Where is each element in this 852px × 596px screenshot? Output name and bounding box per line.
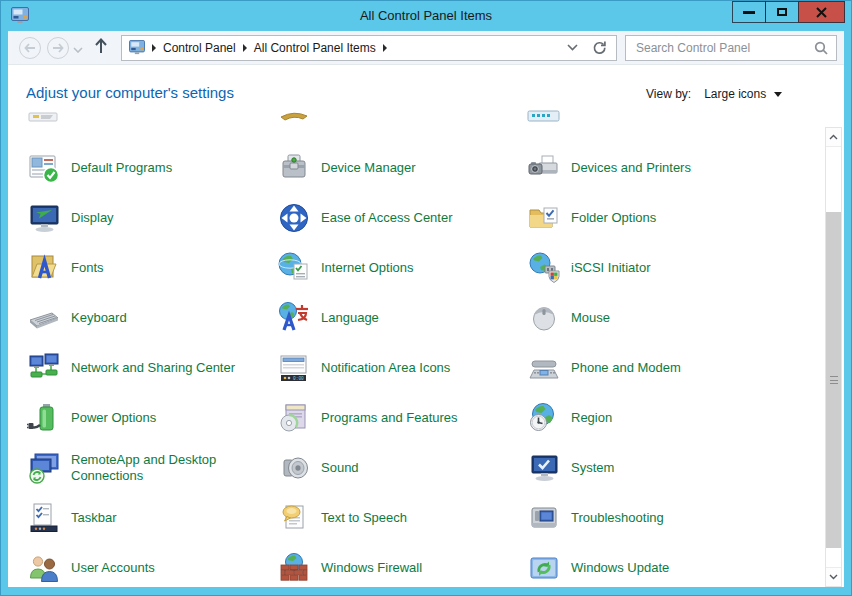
items-grid: Default ProgramsDevice ManagerDevices an…: [8, 65, 844, 587]
up-button[interactable]: [93, 37, 109, 59]
control-panel-icon: [129, 40, 145, 55]
language-icon: [277, 301, 311, 335]
recent-pages-button[interactable]: [73, 39, 83, 57]
control-panel-item-windows-firewall[interactable]: Windows Firewall: [277, 543, 509, 587]
item-label: Mouse: [571, 310, 610, 326]
control-panel-item-windows-update[interactable]: Windows Update: [527, 543, 759, 587]
minimize-button[interactable]: [732, 1, 766, 23]
minimize-icon: [743, 11, 755, 14]
item-label: Keyboard: [71, 310, 127, 326]
window-controls: [733, 1, 845, 23]
vertical-scrollbar[interactable]: [825, 127, 842, 587]
remoteapp-and-desktop-connections-icon: [27, 451, 61, 485]
address-bar[interactable]: Control Panel All Control Panel Items: [121, 35, 617, 61]
scroll-up-button[interactable]: [826, 128, 841, 147]
content-area: Adjust your computer's settings View by:…: [8, 65, 844, 587]
programs-and-features-icon: [277, 401, 311, 435]
display-icon: [27, 201, 61, 235]
windows-firewall-icon: [277, 551, 311, 585]
forward-icon: [52, 43, 64, 53]
control-panel-item-display[interactable]: Display: [27, 193, 259, 243]
devices-and-printers-icon: [527, 151, 561, 185]
control-panel-item-default-programs[interactable]: Default Programs: [27, 143, 259, 193]
sound-icon: [277, 451, 311, 485]
control-panel-item-devices-and-printers[interactable]: Devices and Printers: [527, 143, 759, 193]
user-accounts-icon: [27, 551, 61, 585]
partial-item-1-icon[interactable]: [27, 109, 61, 125]
control-panel-item-text-to-speech[interactable]: Text to Speech: [277, 493, 509, 543]
control-panel-item-sound[interactable]: Sound: [277, 443, 509, 493]
control-panel-item-device-manager[interactable]: Device Manager: [277, 143, 509, 193]
network-and-sharing-center-icon: [27, 351, 61, 385]
search-input[interactable]: [634, 40, 814, 56]
control-panel-item-phone-and-modem[interactable]: Phone and Modem: [527, 343, 759, 393]
control-panel-item-language[interactable]: Language: [277, 293, 509, 343]
item-label: Text to Speech: [321, 510, 407, 526]
item-label: Network and Sharing Center: [71, 360, 235, 376]
scroll-down-button[interactable]: [826, 567, 841, 586]
control-panel-item-ease-of-access-center[interactable]: Ease of Access Center: [277, 193, 509, 243]
item-label: Device Manager: [321, 160, 416, 176]
close-icon: [816, 7, 827, 18]
breadcrumb-arrow-icon[interactable]: [383, 44, 387, 52]
control-panel-item-fonts[interactable]: Fonts: [27, 243, 259, 293]
item-label: Windows Update: [571, 560, 669, 576]
item-label: User Accounts: [71, 560, 155, 576]
control-panel-item-programs-and-features[interactable]: Programs and Features: [277, 393, 509, 443]
control-panel-item-keyboard[interactable]: Keyboard: [27, 293, 259, 343]
windows-update-icon: [527, 551, 561, 585]
breadcrumb-control-panel[interactable]: Control Panel: [163, 41, 236, 55]
default-programs-icon: [27, 151, 61, 185]
search-icon[interactable]: [814, 41, 828, 55]
control-panel-item-iscsi-initiator[interactable]: iSCSI Initiator: [527, 243, 759, 293]
back-button[interactable]: [19, 37, 41, 59]
back-icon: [24, 43, 36, 53]
scrollbar-thumb[interactable]: [826, 212, 841, 548]
maximize-icon: [777, 8, 787, 16]
taskbar-icon: [27, 501, 61, 535]
scrollbar-grip-icon: [830, 376, 838, 384]
partial-item-3-icon[interactable]: [527, 109, 561, 125]
partial-item-2-icon[interactable]: [277, 109, 311, 125]
refresh-button[interactable]: [592, 40, 607, 55]
maximize-button[interactable]: [765, 1, 799, 23]
item-label: Language: [321, 310, 379, 326]
control-panel-item-taskbar[interactable]: Taskbar: [27, 493, 259, 543]
control-panel-item-remoteapp-and-desktop-connections[interactable]: RemoteApp and Desktop Connections: [27, 443, 259, 493]
close-button[interactable]: [798, 1, 845, 23]
troubleshooting-icon: [527, 501, 561, 535]
address-dropdown-button[interactable]: [567, 44, 578, 51]
breadcrumb-arrow-icon[interactable]: [152, 44, 156, 52]
breadcrumb-all-items[interactable]: All Control Panel Items: [254, 41, 376, 55]
notification-area-icons-icon: 0:00: [277, 351, 311, 385]
control-panel-item-power-options[interactable]: Power Options: [27, 393, 259, 443]
control-panel-item-internet-options[interactable]: Internet Options: [277, 243, 509, 293]
item-label: Taskbar: [71, 510, 117, 526]
forward-button[interactable]: [47, 37, 69, 59]
chevron-up-icon: [829, 134, 838, 140]
item-label: Sound: [321, 460, 359, 476]
item-label: System: [571, 460, 614, 476]
breadcrumb-arrow-icon[interactable]: [243, 44, 247, 52]
ease-of-access-center-icon: [277, 201, 311, 235]
iscsi-initiator-icon: [527, 251, 561, 285]
text-to-speech-icon: [277, 501, 311, 535]
mouse-icon: [527, 301, 561, 335]
control-panel-item-folder-options[interactable]: Folder Options: [527, 193, 759, 243]
control-panel-item-user-accounts[interactable]: User Accounts: [27, 543, 259, 587]
control-panel-item-notification-area-icons[interactable]: 0:00Notification Area Icons: [277, 343, 509, 393]
search-box[interactable]: [625, 35, 837, 61]
control-panel-item-region[interactable]: Region: [527, 393, 759, 443]
control-panel-item-system[interactable]: System: [527, 443, 759, 493]
control-panel-item-troubleshooting[interactable]: Troubleshooting: [527, 493, 759, 543]
fonts-icon: [27, 251, 61, 285]
system-icon: [527, 451, 561, 485]
window-title: All Control Panel Items: [1, 1, 851, 31]
item-label: Programs and Features: [321, 410, 458, 426]
item-label: Display: [71, 210, 114, 226]
region-icon: [527, 401, 561, 435]
control-panel-item-mouse[interactable]: Mouse: [527, 293, 759, 343]
device-manager-icon: [277, 151, 311, 185]
item-label: Power Options: [71, 410, 156, 426]
control-panel-item-network-and-sharing-center[interactable]: Network and Sharing Center: [27, 343, 259, 393]
